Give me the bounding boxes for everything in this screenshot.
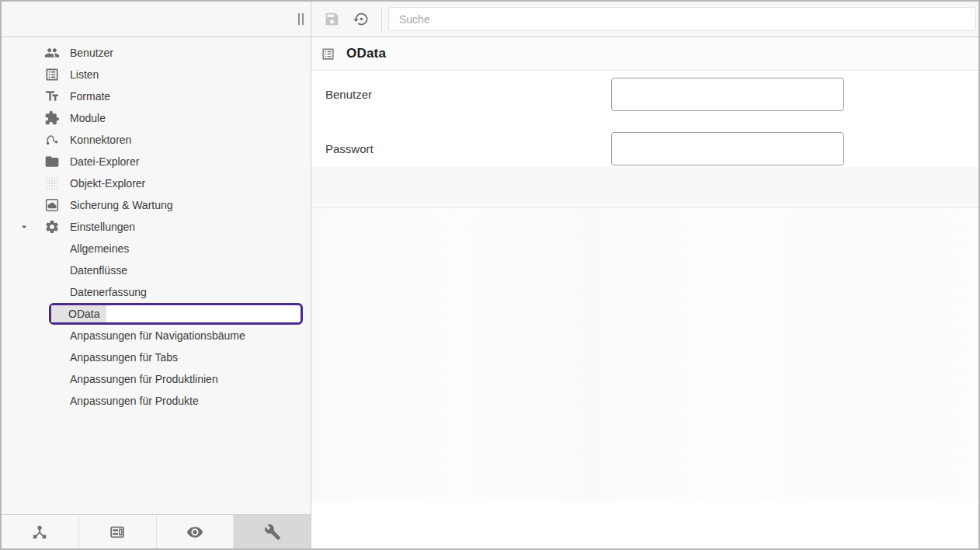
sidebar-item-label: Formate — [70, 90, 110, 103]
gear-icon — [44, 219, 60, 235]
sidebar-item-objekt-explorer[interactable]: Objekt-Explorer — [2, 172, 311, 194]
list-icon — [321, 47, 335, 61]
toolbar-divider — [381, 6, 382, 33]
passwort-field-label: Passwort — [311, 142, 611, 155]
sidebar-item-label: Benutzer — [70, 47, 113, 59]
sidebar-item-listen[interactable]: Listen — [2, 64, 311, 85]
tab-settings[interactable] — [234, 515, 311, 548]
sidebar-item-formate[interactable]: Formate — [2, 85, 311, 107]
cloud-backup-icon — [44, 197, 60, 213]
main-toolbar — [311, 2, 978, 37]
tab-hierarchy[interactable] — [2, 515, 79, 548]
sidebar-item-label: Listen — [70, 68, 99, 81]
wrench-icon — [264, 524, 281, 541]
top-toolbar — [2, 2, 978, 37]
text-format-icon — [44, 89, 60, 104]
sidebar-subitem-label: Anpassungen für Produkte — [70, 395, 199, 407]
sidebar-item-label: Datei-Explorer — [70, 155, 139, 168]
main-panel: OData Benutzer Passwort — [311, 37, 978, 548]
sidebar-subitem-label: Anpassungen für Tabs — [70, 351, 178, 364]
sidebar-nav: Benutzer Listen Formate — [2, 37, 311, 514]
tab-preview[interactable] — [157, 515, 235, 548]
sidebar-item-label: Einstellungen — [70, 221, 135, 233]
sidebar-item-einstellungen[interactable]: Einstellungen — [2, 216, 311, 238]
page-title: OData — [346, 46, 386, 61]
drag-handle-icon[interactable] — [297, 12, 305, 26]
sidebar-item-datei-explorer[interactable]: Datei-Explorer — [2, 151, 311, 172]
odata-form: Benutzer Passwort — [311, 71, 978, 167]
sidebar-subitem-datenerfassung[interactable]: Datenerfassung — [2, 281, 311, 303]
sidebar-subitem-label-selected: OData — [51, 305, 106, 322]
benutzer-input[interactable] — [611, 78, 844, 111]
search-input[interactable] — [388, 7, 976, 31]
sidebar-item-module[interactable]: Module — [2, 107, 311, 129]
content-divider-band — [311, 167, 978, 208]
history-restore-icon — [353, 11, 370, 27]
sidebar: Benutzer Listen Formate — [2, 37, 311, 548]
sidebar-subitem-allgemeines[interactable]: Allgemeines — [2, 238, 311, 259]
sidebar-item-label: Konnektoren — [70, 134, 131, 146]
sidebar-subitem-label: Anpassungen für Produktlinien — [70, 373, 218, 385]
sidebar-subitem-anpassungen-produktlinien[interactable]: Anpassungen für Produktlinien — [2, 368, 311, 390]
save-icon — [324, 11, 340, 27]
folder-icon — [44, 154, 60, 169]
sidebar-subitem-label: Datenflüsse — [70, 264, 127, 277]
sidebar-subitem-anpassungen-navigationsbaeume[interactable]: Anpassungen für Navigationsbäume — [2, 325, 311, 346]
passwort-input[interactable] — [611, 132, 844, 165]
users-icon — [44, 45, 60, 61]
layout-icon — [109, 524, 126, 541]
main-header: OData — [311, 37, 978, 71]
puzzle-icon — [44, 110, 60, 126]
hierarchy-icon — [31, 524, 48, 541]
sidebar-toolbar — [2, 2, 311, 37]
eye-icon — [186, 524, 203, 541]
form-row: Benutzer — [311, 78, 978, 111]
sidebar-subitem-anpassungen-produkte[interactable]: Anpassungen für Produkte — [2, 390, 311, 412]
sidebar-subitem-label: Datenerfassung — [70, 286, 147, 298]
sidebar-item-label: Module — [70, 112, 106, 124]
body: Benutzer Listen Formate — [2, 37, 978, 548]
app-window: Benutzer Listen Formate — [0, 0, 980, 550]
sidebar-subitem-datenfluesse[interactable]: Datenflüsse — [2, 259, 311, 281]
sidebar-item-sicherung-wartung[interactable]: Sicherung & Wartung — [2, 194, 311, 216]
sidebar-item-konnektoren[interactable]: Konnektoren — [2, 129, 311, 151]
sidebar-subitem-odata[interactable]: OData — [49, 303, 303, 325]
restore-button[interactable] — [352, 10, 370, 29]
connector-icon — [44, 132, 60, 148]
chevron-down-icon[interactable] — [19, 221, 30, 232]
form-row: Passwort — [311, 132, 978, 165]
sidebar-subitem-label: Anpassungen für Navigationsbäume — [70, 329, 245, 342]
sidebar-item-label: Sicherung & Wartung — [70, 199, 173, 211]
sidebar-item-label: Objekt-Explorer — [70, 177, 145, 190]
sidebar-subitem-label: Allgemeines — [70, 242, 129, 255]
sidebar-footer-tabs — [2, 514, 311, 548]
dot-grid-icon — [44, 176, 60, 191]
list-icon — [44, 67, 60, 82]
sidebar-item-benutzer[interactable]: Benutzer — [2, 42, 311, 64]
save-button[interactable] — [322, 10, 341, 29]
tab-layout[interactable] — [79, 515, 157, 548]
benutzer-field-label: Benutzer — [311, 88, 611, 101]
content-empty-area — [311, 208, 978, 501]
sidebar-subitem-anpassungen-tabs[interactable]: Anpassungen für Tabs — [2, 346, 311, 368]
content-bottom-area — [311, 501, 978, 548]
